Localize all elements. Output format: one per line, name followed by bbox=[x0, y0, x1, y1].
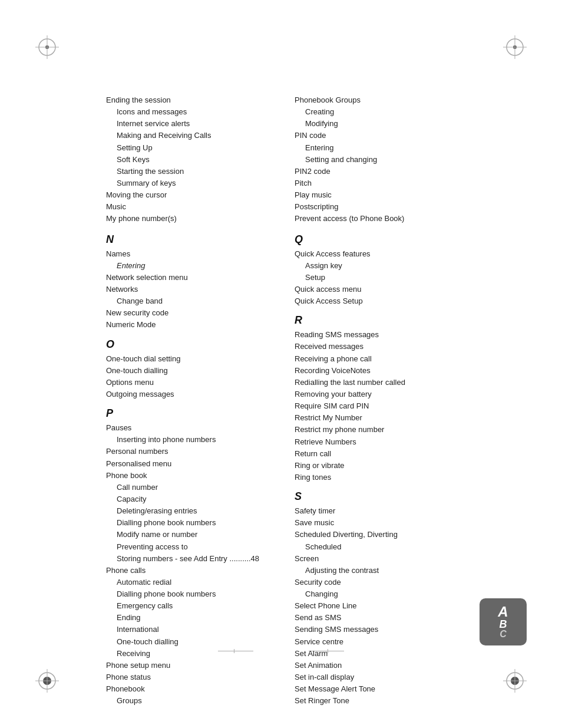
list-item: Require SIM card PIN bbox=[295, 400, 527, 412]
list-item: Phonebook bbox=[106, 683, 277, 695]
section-letter-n: N bbox=[106, 233, 277, 246]
list-item: Modify name or number bbox=[106, 529, 277, 541]
list-item: Inserting into phone numbers bbox=[106, 434, 277, 446]
list-item: Dialling phone book numbers bbox=[106, 588, 277, 600]
list-item: Setup bbox=[295, 272, 527, 284]
section-r: R Reading SMS messagesReceived messagesR… bbox=[295, 314, 527, 483]
list-item: Personalised menu bbox=[106, 458, 277, 470]
list-item: Save music bbox=[295, 517, 527, 529]
list-item: Automatic redial bbox=[106, 577, 277, 588]
list-item: Prevent access (to Phone Book) bbox=[295, 213, 527, 225]
list-item: One-touch dial setting bbox=[106, 353, 277, 365]
list-item: PIN code bbox=[295, 130, 527, 141]
list-item: Phonebook Groups bbox=[295, 94, 527, 106]
list-item: Emergency calls bbox=[106, 600, 277, 612]
list-item: Personal numbers bbox=[106, 446, 277, 457]
list-item: Ending bbox=[106, 612, 277, 624]
list-item: Phone book bbox=[106, 470, 277, 482]
list-item: Receiving a phone call bbox=[295, 353, 527, 365]
list-item: Received messages bbox=[295, 341, 527, 353]
list-item: Receiving bbox=[106, 648, 277, 660]
list-item: Call number bbox=[106, 482, 277, 493]
list-item: Dialling phone book numbers bbox=[106, 517, 277, 529]
list-item: Assign key bbox=[295, 260, 527, 272]
list-item: Restrict my phone number bbox=[295, 424, 527, 436]
list-item: Music bbox=[106, 201, 277, 213]
content-area: Ending the sessionIcons and messagesInte… bbox=[106, 94, 527, 645]
list-item: Postscripting bbox=[295, 201, 527, 213]
left-column: Ending the sessionIcons and messagesInte… bbox=[106, 94, 277, 645]
list-item: Internet service alerts bbox=[106, 118, 277, 130]
list-item: Numeric Mode bbox=[106, 319, 277, 331]
list-item: One-touch dialling bbox=[106, 365, 277, 377]
list-item: Restrict My Number bbox=[295, 412, 527, 424]
list-item: One-touch dialling bbox=[106, 636, 277, 648]
section-letter-s: S bbox=[295, 490, 527, 503]
corner-mark-bl bbox=[35, 657, 71, 693]
list-item: My phone number(s) bbox=[106, 213, 277, 225]
list-item: Ring tones bbox=[295, 472, 527, 483]
section-letter-r: R bbox=[295, 314, 527, 327]
list-item: Networks bbox=[106, 284, 277, 295]
list-item: Entering bbox=[295, 142, 527, 154]
top-entries-left: Ending the sessionIcons and messagesInte… bbox=[106, 94, 277, 225]
list-item: Set in-call display bbox=[295, 671, 527, 683]
list-item: Preventing access to bbox=[106, 541, 277, 553]
section-n: N NamesEnteringNetwork selection menuNet… bbox=[106, 233, 277, 331]
list-item: Quick Access features bbox=[295, 248, 527, 260]
list-item: Phone status bbox=[106, 671, 277, 683]
list-item: Modifying bbox=[295, 118, 527, 130]
section-letter-p: P bbox=[106, 407, 277, 420]
list-item: Storing numbers - see Add Entry ........… bbox=[106, 553, 277, 565]
corner-mark-tr bbox=[491, 35, 527, 71]
list-item: Icons and messages bbox=[106, 106, 277, 118]
list-item: Ring or vibrate bbox=[295, 460, 527, 472]
abc-badge: A B C bbox=[480, 598, 527, 645]
list-item: Return call bbox=[295, 448, 527, 460]
list-item: Entering bbox=[106, 260, 277, 272]
list-item: Soft Keys bbox=[106, 154, 277, 166]
list-item: Outgoing messages bbox=[106, 388, 277, 400]
list-item: Moving the cursor bbox=[106, 189, 277, 201]
section-letter-q: Q bbox=[295, 233, 527, 246]
list-item: Setting Up bbox=[106, 142, 277, 154]
list-item: Set Message Alert Tone bbox=[295, 683, 527, 695]
list-item: Network selection menu bbox=[106, 272, 277, 284]
list-item: Security code bbox=[295, 577, 527, 588]
list-item: Quick access menu bbox=[295, 284, 527, 295]
list-item: Play music bbox=[295, 189, 527, 201]
top-entries-right: Phonebook GroupsCreatingModifyingPIN cod… bbox=[295, 94, 527, 225]
right-column: Phonebook GroupsCreatingModifyingPIN cod… bbox=[295, 94, 527, 645]
list-item: Redialling the last number called bbox=[295, 377, 527, 388]
list-item: Removing your battery bbox=[295, 388, 527, 400]
list-item: Safety timer bbox=[295, 505, 527, 517]
list-item: Quick Access Setup bbox=[295, 295, 527, 307]
list-item: Recording VoiceNotes bbox=[295, 365, 527, 377]
list-item: Making and Receiving Calls bbox=[106, 130, 277, 141]
abc-badge-text: A B C bbox=[498, 605, 508, 639]
list-item: Screen bbox=[295, 553, 527, 565]
list-item: Ending the session bbox=[106, 94, 277, 106]
section-letter-o: O bbox=[106, 338, 277, 351]
list-item: Set Alarm bbox=[295, 648, 527, 660]
list-item: Pitch bbox=[295, 177, 527, 189]
list-item: Set Ringer Tone bbox=[295, 695, 527, 707]
list-item: New security code bbox=[106, 307, 277, 319]
section-o: O One-touch dial settingOne-touch dialli… bbox=[106, 338, 277, 401]
list-item: Groups bbox=[106, 695, 277, 707]
list-item: Phone calls bbox=[106, 565, 277, 577]
list-item: Capacity bbox=[106, 493, 277, 505]
list-item: Creating bbox=[295, 106, 527, 118]
list-item: Pauses bbox=[106, 422, 277, 434]
list-item: Deleting/erasing entries bbox=[106, 505, 277, 517]
list-item: Phone setup menu bbox=[106, 660, 277, 671]
list-item: Names bbox=[106, 248, 277, 260]
list-item: Starting the session bbox=[106, 166, 277, 177]
list-item: Setting and changing bbox=[295, 154, 527, 166]
section-q: Q Quick Access featuresAssign keySetupQu… bbox=[295, 233, 527, 308]
list-item: Adjusting the contrast bbox=[295, 565, 527, 577]
list-item: PIN2 code bbox=[295, 166, 527, 177]
list-item: Scheduled bbox=[295, 541, 527, 553]
list-item: Change band bbox=[106, 295, 277, 307]
corner-mark-tl bbox=[35, 35, 71, 71]
